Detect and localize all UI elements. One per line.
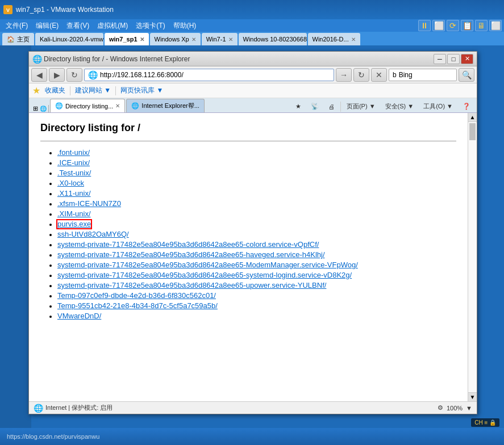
link-5[interactable]: .xfsm-ICE-NUN7Z0 — [57, 199, 121, 208]
tab-win7sp1-close[interactable]: ✕ — [140, 36, 144, 43]
tab-winxp[interactable]: Windows Xp ✕ — [150, 33, 201, 45]
link-purvis[interactable]: purvis.exe — [57, 220, 91, 228]
link-13[interactable]: systemd-private-717482e5ea804e95ba3d6d86… — [57, 281, 326, 289]
scrollbar[interactable]: ▲ ▼ — [468, 113, 477, 401]
link-2[interactable]: .Test-unix/ — [57, 169, 91, 177]
list-item-11: systemd-private-717482e5ea804e95ba3d6d86… — [57, 261, 456, 269]
scroll-track[interactable] — [468, 122, 477, 392]
vmware-titlebar: V win7_sp1 - VMware Workstation — [0, 0, 504, 19]
scroll-down[interactable]: ▼ — [468, 392, 477, 401]
toolbar-rss[interactable]: 📡 — [307, 101, 323, 112]
vm-tab-bar: 🏠 主页 Kali-Linux-2020.4-vmware-am... ✕ wi… — [0, 32, 504, 45]
list-item-4: .X11-unix/ — [57, 189, 456, 198]
search-bar[interactable]: b Bing — [389, 69, 457, 81]
toolbar-star[interactable]: ★ — [291, 101, 305, 112]
link-10[interactable]: systemd-private-717482e5ea804e95ba3d6d86… — [57, 250, 325, 259]
link-0[interactable]: .font-unix/ — [57, 148, 90, 157]
tab-kali[interactable]: Kali-Linux-2020.4-vmware-am... ✕ — [35, 33, 103, 45]
fav-quicklinks[interactable]: 网页快讯库 ▼ — [120, 86, 163, 95]
browser-tab-2[interactable]: 🌐 Internet Explorer帮... — [126, 99, 205, 112]
tab-win2016[interactable]: Win2016-D... ✕ — [308, 33, 360, 45]
fav-collectibles[interactable]: 收藏夹 — [45, 86, 65, 95]
menu-help[interactable]: 帮助(H) — [170, 20, 200, 32]
refresh-button[interactable]: ↻ — [66, 68, 82, 82]
fav-separator-1 — [70, 86, 70, 95]
zoom-icon: ▼ — [466, 405, 472, 412]
tab-win7sp1[interactable]: win7_sp1 ✕ — [105, 33, 149, 45]
tab-win10[interactable]: Windows 10-80230668 ✕ — [239, 33, 307, 45]
desktop: 🌐 Directory listing for / - Windows Inte… — [0, 45, 504, 445]
link-16[interactable]: VMwareDnD/ — [57, 312, 101, 320]
toolbar-sep — [340, 102, 341, 112]
link-8[interactable]: ssh-UtVd82OaMY6Q/ — [57, 230, 129, 238]
window-controls: ─ □ ✕ — [434, 54, 473, 64]
tab-win2016-close[interactable]: ✕ — [351, 36, 356, 43]
link-14[interactable]: Temp-097c0ef9-dbde-4e2d-b36d-6f830c562c0… — [57, 291, 216, 300]
minimize-button[interactable]: ─ — [434, 54, 446, 64]
browser-tab-1-label: Directory listing... — [65, 103, 113, 110]
toolbar-print[interactable]: 🖨 — [324, 102, 339, 112]
list-item-6: .XIM-unix/ — [57, 209, 456, 218]
back-button[interactable]: ◀ — [31, 68, 47, 82]
tab-win7-1[interactable]: Win7-1 ✕ — [202, 33, 238, 45]
status-text: Internet | 保护模式: 启用 — [45, 404, 113, 412]
tab-icon-grid: ⊞ — [33, 105, 38, 112]
address-bar[interactable]: 🌐 http://192.168.112.66:8000/ — [84, 69, 334, 81]
toolbar-page[interactable]: 页面(P) ▼ — [343, 100, 380, 112]
favorites-bar: ★ 收藏夹 建议网站 ▼ 网页快讯库 ▼ — [29, 83, 477, 98]
maximize-button[interactable]: □ — [447, 54, 460, 64]
tab-home-icon: 🏠 — [7, 36, 15, 43]
link-3[interactable]: .X0-lock — [57, 179, 84, 187]
link-9[interactable]: systemd-private-717482e5ea804e95ba3d6d86… — [57, 240, 319, 249]
link-12[interactable]: systemd-private-717482e5ea804e95ba3d6d86… — [57, 271, 352, 279]
bing-icon: b — [393, 71, 397, 79]
search-button[interactable]: 🔍 — [459, 68, 474, 82]
link-15[interactable]: Temp-9551cb42-21e8-4b34-8d7c-5cf5a7c59a5… — [57, 301, 218, 310]
go-button[interactable]: → — [336, 68, 352, 82]
toolbar-tools[interactable]: 工具(O) ▼ — [419, 100, 457, 112]
directory-list: .font-unix/ .ICE-unix/ .Test-unix/ .X0-l… — [40, 148, 456, 320]
toolbar-btn2[interactable]: ⬜ — [432, 20, 445, 31]
browser-window: 🌐 Directory listing for / - Windows Inte… — [28, 51, 477, 414]
menu-file[interactable]: 文件(F) — [2, 20, 31, 32]
forward-button[interactable]: ▶ — [49, 68, 65, 82]
list-item-16: VMwareDnD/ — [57, 312, 456, 320]
scroll-up[interactable]: ▲ — [468, 113, 477, 122]
link-1[interactable]: .ICE-unix/ — [57, 158, 90, 167]
toolbar-btn5[interactable]: 🖥 — [475, 20, 488, 31]
close-button[interactable]: ✕ — [461, 54, 473, 64]
pause-btn[interactable]: ⏸ — [418, 20, 431, 31]
toolbar-btn3[interactable]: ⟳ — [447, 20, 459, 31]
toolbar-security[interactable]: 安全(S) ▼ — [381, 100, 418, 112]
status-left: 🌐 Internet | 保护模式: 启用 — [34, 404, 433, 413]
vmware-toolbar: ⏸ ⬜ ⟳ 📋 🖥 ⬜ — [418, 20, 502, 31]
menu-tabs[interactable]: 选项卡(T) — [132, 20, 168, 32]
tab-win7-1-close[interactable]: ✕ — [228, 36, 233, 43]
toolbar-btn4[interactable]: 📋 — [461, 20, 473, 31]
menu-edit[interactable]: 编辑(E) — [32, 20, 62, 32]
list-item-2: .Test-unix/ — [57, 169, 456, 177]
browser-tab-1-close[interactable]: ✕ — [115, 103, 120, 109]
tab-home[interactable]: 🏠 主页 — [2, 33, 34, 45]
tab-winxp-close[interactable]: ✕ — [191, 36, 196, 43]
link-11[interactable]: systemd-private-717482e5ea804e95ba3d6d86… — [57, 261, 358, 269]
status-icons: ⚙ — [438, 404, 443, 412]
toolbar-right: ★ 📡 🖨 页面(P) ▼ 安全(S) ▼ 工具(O) ▼ ❓ — [291, 100, 474, 112]
link-6[interactable]: .XIM-unix/ — [57, 209, 91, 218]
browser-tab-2-icon: 🌐 — [131, 102, 139, 110]
fav-suggestions[interactable]: 建议网站 ▼ — [75, 86, 111, 95]
menu-view[interactable]: 查看(V) — [63, 20, 93, 32]
browser-tab-1[interactable]: 🌐 Directory listing... ✕ — [50, 99, 125, 112]
link-4[interactable]: .X11-unix/ — [57, 189, 91, 198]
bottom-url: https://blog.csdn.net/purvispanwu — [7, 433, 99, 440]
toolbar-btn6[interactable]: ⬜ — [489, 20, 502, 31]
browser-tab-bar: ⊞ 🌐 🌐 Directory listing... ✕ 🌐 Internet … — [29, 98, 477, 113]
fav-separator-2 — [115, 86, 116, 95]
list-item-13: systemd-private-717482e5ea804e95ba3d6d86… — [57, 281, 456, 289]
toolbar-help[interactable]: ❓ — [459, 101, 474, 112]
scroll-thumb[interactable] — [469, 123, 476, 140]
stop-button[interactable]: ✕ — [371, 68, 387, 82]
corner-badge: CH ≡ 🔒 — [471, 418, 499, 427]
menu-vm[interactable]: 虚拟机(M) — [94, 20, 131, 32]
refresh-btn2[interactable]: ↻ — [353, 68, 369, 82]
